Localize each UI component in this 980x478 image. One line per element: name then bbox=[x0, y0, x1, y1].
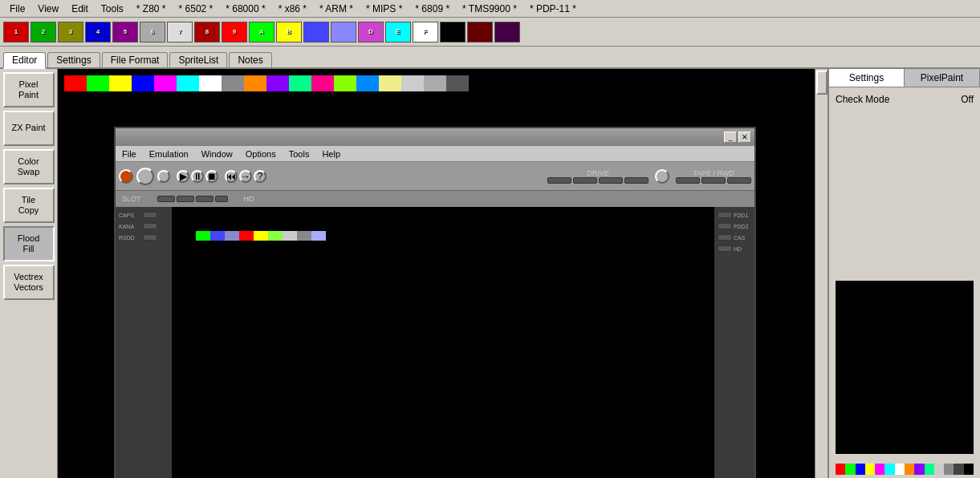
swatch-14[interactable]: E bbox=[385, 22, 411, 43]
emu-play-button[interactable]: ▶ bbox=[177, 170, 189, 183]
emu-help-button[interactable]: ? bbox=[254, 170, 266, 183]
tool-zx-paint[interactable]: ZX Paint bbox=[3, 111, 55, 146]
editor-palette-color-3[interactable] bbox=[132, 75, 154, 91]
editor-palette-color-14[interactable] bbox=[379, 75, 401, 91]
editor-palette-color-7[interactable] bbox=[222, 75, 244, 91]
emu-config-button[interactable] bbox=[136, 168, 154, 185]
right-tab-settings[interactable]: Settings bbox=[829, 69, 905, 87]
swatch-15[interactable]: F bbox=[413, 22, 438, 43]
editor-palette-color-4[interactable] bbox=[154, 75, 177, 91]
editor-palette-color-12[interactable] bbox=[334, 75, 356, 91]
swatch-13[interactable]: D bbox=[358, 22, 384, 43]
editor-area[interactable]: _ ✕ FileEmulationWindowOptionsToolsHelp … bbox=[58, 69, 815, 478]
menu-item---x86--[interactable]: * x86 * bbox=[272, 2, 313, 16]
tool-vectrex-vectors[interactable]: Vectrex Vectors bbox=[3, 265, 55, 300]
editor-palette-color-8[interactable] bbox=[244, 75, 266, 91]
swatch-10[interactable]: B bbox=[276, 22, 302, 43]
right-mini-swatch-2[interactable] bbox=[856, 464, 865, 475]
right-mini-swatch-6[interactable] bbox=[895, 464, 905, 475]
menu-item-tools[interactable]: Tools bbox=[95, 2, 130, 16]
right-mini-swatch-9[interactable] bbox=[925, 464, 934, 475]
emu-minimize-button[interactable]: _ bbox=[724, 132, 737, 143]
swatch-3[interactable]: 4 bbox=[85, 22, 111, 43]
emu-pause-button[interactable]: ⏸ bbox=[191, 170, 204, 183]
right-mini-swatch-4[interactable] bbox=[875, 464, 884, 475]
emu-menu-tools[interactable]: Tools bbox=[283, 148, 316, 160]
menu-item---pdp-11--[interactable]: * PDP-11 * bbox=[523, 2, 583, 16]
right-mini-swatch-1[interactable] bbox=[845, 464, 855, 475]
emu-menu-options[interactable]: Options bbox=[239, 148, 283, 160]
emu-close-button[interactable]: ✕ bbox=[738, 132, 751, 143]
emu-menu-window[interactable]: Window bbox=[195, 148, 239, 160]
emu-step-button[interactable]: → bbox=[239, 170, 252, 183]
right-mini-swatch-3[interactable] bbox=[865, 464, 875, 475]
menu-item---6809--[interactable]: * 6809 * bbox=[409, 2, 456, 16]
emu-menu-help[interactable]: Help bbox=[315, 148, 347, 160]
editor-palette-color-0[interactable] bbox=[64, 75, 87, 91]
editor-palette-color-5[interactable] bbox=[177, 75, 199, 91]
right-mini-swatch-10[interactable] bbox=[934, 464, 944, 475]
editor-palette-color-9[interactable] bbox=[266, 75, 289, 91]
menu-item---arm--[interactable]: * ARM * bbox=[313, 2, 360, 16]
emu-menu-emulation[interactable]: Emulation bbox=[143, 148, 195, 160]
swatch-6[interactable]: 7 bbox=[167, 22, 193, 43]
swatch-0[interactable]: 1 bbox=[3, 22, 29, 43]
menu-item---mips--[interactable]: * MIPS * bbox=[360, 2, 409, 16]
tabs-row: EditorSettingsFile FormatSpriteListNotes bbox=[0, 47, 980, 69]
swatch-11[interactable] bbox=[303, 22, 329, 43]
tool-color-swap[interactable]: Color Swap bbox=[3, 149, 55, 184]
tab-settings[interactable]: Settings bbox=[47, 52, 100, 67]
menu-item---68000--[interactable]: * 68000 * bbox=[219, 2, 271, 16]
emu-stop-button[interactable]: ⏹ bbox=[205, 170, 218, 183]
menu-item---tms9900--[interactable]: * TMS9900 * bbox=[456, 2, 523, 16]
emu-power-button[interactable] bbox=[119, 169, 133, 184]
right-tab-pixelpaint[interactable]: PixelPaint bbox=[905, 69, 980, 87]
right-mini-swatch-7[interactable] bbox=[905, 464, 914, 475]
swatch-4[interactable]: 5 bbox=[112, 22, 138, 43]
editor-palette-color-16[interactable] bbox=[424, 75, 446, 91]
tool-tile-copy[interactable]: Tile Copy bbox=[3, 188, 55, 223]
right-mini-swatch-5[interactable] bbox=[884, 464, 894, 475]
editor-palette-color-13[interactable] bbox=[356, 75, 379, 91]
emu-vol-button[interactable] bbox=[655, 169, 669, 184]
menu-item-file[interactable]: File bbox=[3, 2, 31, 16]
swatch-17[interactable] bbox=[467, 22, 493, 43]
editor-palette-color-2[interactable] bbox=[109, 75, 132, 91]
editor-palette-color-17[interactable] bbox=[446, 75, 469, 91]
swatch-16[interactable] bbox=[440, 22, 466, 43]
swatch-18[interactable] bbox=[494, 22, 520, 43]
menu-item---6502--[interactable]: * 6502 * bbox=[173, 2, 220, 16]
tool-pixel-paint[interactable]: Pixel Paint bbox=[3, 72, 55, 107]
swatch-5[interactable]: 6 bbox=[140, 22, 165, 43]
tab-spritelist[interactable]: SpriteList bbox=[169, 52, 227, 67]
editor-palette-color-1[interactable] bbox=[87, 75, 109, 91]
right-mini-swatch-13[interactable] bbox=[964, 464, 974, 475]
swatch-12[interactable] bbox=[331, 22, 356, 43]
swatch-1[interactable]: 2 bbox=[30, 22, 56, 43]
menu-item-view[interactable]: View bbox=[31, 2, 65, 16]
menu-item-edit[interactable]: Edit bbox=[65, 2, 95, 16]
menu-item---z80--[interactable]: * Z80 * bbox=[130, 2, 173, 16]
scrollbar-thumb[interactable] bbox=[816, 71, 828, 95]
tool-flood-fill[interactable]: Flood Fill bbox=[3, 226, 55, 261]
swatch-2[interactable]: 3 bbox=[58, 22, 83, 43]
right-mini-swatch-8[interactable] bbox=[914, 464, 924, 475]
emu-menu-file[interactable]: File bbox=[116, 148, 143, 160]
emu-back-button[interactable] bbox=[157, 170, 170, 183]
editor-palette-color-15[interactable] bbox=[401, 75, 424, 91]
emu-rewind-button[interactable]: ⏮ bbox=[225, 170, 238, 183]
editor-palette-color-10[interactable] bbox=[289, 75, 311, 91]
drive-led-3 bbox=[599, 177, 623, 184]
swatch-8[interactable]: 9 bbox=[222, 22, 247, 43]
right-mini-swatch-0[interactable] bbox=[836, 464, 845, 475]
swatch-7[interactable]: 8 bbox=[194, 22, 220, 43]
editor-palette-color-6[interactable] bbox=[199, 75, 222, 91]
right-mini-swatch-11[interactable] bbox=[944, 464, 954, 475]
right-mini-swatch-12[interactable] bbox=[954, 464, 963, 475]
tab-file-format[interactable]: File Format bbox=[102, 52, 169, 67]
swatch-9[interactable]: A bbox=[249, 22, 274, 43]
main-scrollbar[interactable] bbox=[815, 69, 828, 478]
tab-editor[interactable]: Editor bbox=[3, 52, 46, 69]
editor-palette-color-11[interactable] bbox=[311, 75, 334, 91]
tab-notes[interactable]: Notes bbox=[229, 52, 271, 67]
